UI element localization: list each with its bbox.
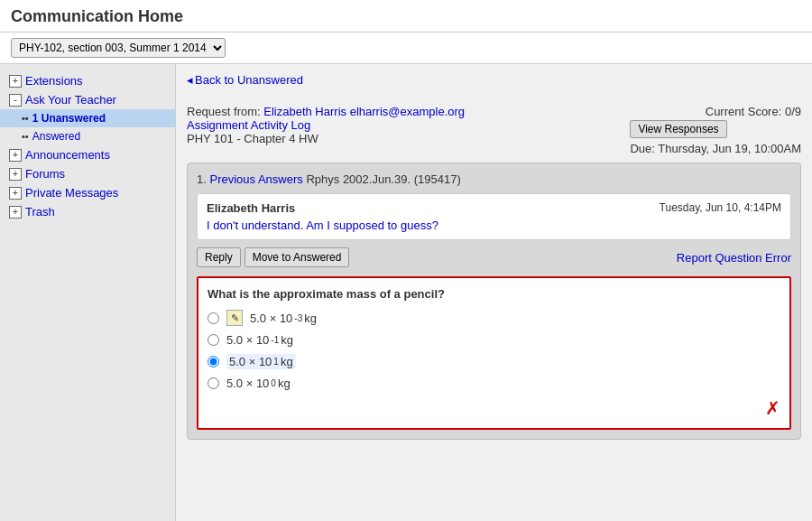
option-label-2: 5.0 × 10-1 kg <box>226 333 293 347</box>
request-label: Request from: <box>187 105 261 118</box>
sidebar-link-trash[interactable]: Trash <box>25 205 55 219</box>
back-to-unanswered-link[interactable]: ◂ Back to Unanswered <box>187 73 303 87</box>
sidebar-item-unanswered[interactable]: •• 1 Unanswered <box>0 109 175 127</box>
sidebar: + Extensions - Ask Your Teacher •• 1 Una… <box>0 64 176 521</box>
score-label: Current Score: <box>706 105 782 118</box>
question-number: 1. <box>197 172 207 186</box>
message-header: Elizabeth Harris Tuesday, Jun 10, 4:14PM <box>207 201 781 215</box>
sidebar-link-announcements[interactable]: Announcements <box>25 148 110 162</box>
expand-icon-announcements: + <box>9 149 22 162</box>
quiz-radio-4[interactable] <box>208 377 219 389</box>
sidebar-item-ask-your-teacher[interactable]: - Ask Your Teacher <box>0 90 175 109</box>
option-label-4: 5.0 × 100 kg <box>226 377 291 390</box>
message-timestamp: Tuesday, Jun 10, 4:14PM <box>660 201 781 215</box>
assignment-log-link[interactable]: Assignment Activity Log <box>187 118 310 132</box>
pencil-icon: ✎ <box>226 310 243 326</box>
expand-icon-trash: + <box>9 206 22 219</box>
assignment-log-line: Assignment Activity Log <box>187 118 465 132</box>
option-label-3: 5.0 × 101 kg <box>226 354 296 369</box>
content-inner: ◂ Back to Unanswered Request from: Eliza… <box>176 64 812 521</box>
sidebar-link-answered[interactable]: Answered <box>32 130 80 143</box>
action-buttons: Reply Move to Answered <box>197 247 349 267</box>
bullet-unanswered: •• <box>22 113 29 124</box>
sidebar-item-private-messages[interactable]: + Private Messages <box>0 183 175 202</box>
page-title: Communication Home <box>0 0 812 33</box>
course-assignment-line: PHY 101 - Chapter 4 HW <box>187 132 465 145</box>
quiz-box: What is the approximate mass of a pencil… <box>197 276 791 430</box>
question-header: 1. Previous Answers Rphys 2002.Jun.39. (… <box>197 172 791 186</box>
quiz-option-3: 5.0 × 101 kg <box>208 354 780 369</box>
expand-icon-extensions: + <box>9 75 22 88</box>
bullet-answered: •• <box>22 131 29 142</box>
expand-icon-private-messages: + <box>9 187 22 200</box>
content-area: ◂ Back to Unanswered Request from: Eliza… <box>176 64 812 521</box>
quiz-radio-3[interactable] <box>208 356 219 367</box>
move-to-answered-button[interactable]: Move to Answered <box>245 247 350 267</box>
message-body: I don't understand. Am I supposed to gue… <box>207 219 781 232</box>
expand-icon-forums: + <box>9 168 22 181</box>
score-line: Current Score: 0/9 <box>630 105 801 118</box>
quiz-option-4: 5.0 × 100 kg <box>208 377 780 390</box>
sidebar-item-forums[interactable]: + Forums <box>0 164 175 183</box>
request-info: Request from: Elizabeth Harris elharris@… <box>187 105 801 155</box>
message-box: Elizabeth Harris Tuesday, Jun 10, 4:14PM… <box>197 193 791 240</box>
option-label-1: 5.0 × 10-3 kg <box>250 312 317 325</box>
sidebar-item-announcements[interactable]: + Announcements <box>0 145 175 164</box>
due-line: Due: Thursday, Jun 19, 10:00AM <box>630 142 801 155</box>
student-email-link[interactable]: elharris@example.org <box>350 105 465 118</box>
expand-icon-ask-teacher: - <box>9 94 22 107</box>
reply-button[interactable]: Reply <box>197 247 241 267</box>
course-select[interactable]: PHY-102, section 003, Summer 1 2014 <box>11 38 226 58</box>
due-label: Due: <box>630 142 654 155</box>
request-details-left: Request from: Elizabeth Harris elharris@… <box>187 105 465 145</box>
request-from-line: Request from: Elizabeth Harris elharris@… <box>187 105 465 118</box>
message-author: Elizabeth Harris <box>207 201 295 215</box>
sidebar-item-answered[interactable]: •• Answered <box>0 127 175 145</box>
previous-answers-link[interactable]: Previous Answers <box>209 172 302 186</box>
course-selector-bar: PHY-102, section 003, Summer 1 2014 <box>0 33 812 64</box>
quiz-radio-1[interactable] <box>208 312 219 324</box>
sidebar-link-ask-teacher[interactable]: Ask Your Teacher <box>25 93 116 107</box>
sidebar-item-extensions[interactable]: + Extensions <box>0 71 175 90</box>
sidebar-link-forums[interactable]: Forums <box>25 167 65 181</box>
question-box: 1. Previous Answers Rphys 2002.Jun.39. (… <box>187 163 801 440</box>
action-bar: Reply Move to Answered Report Question E… <box>197 247 791 267</box>
main-layout: + Extensions - Ask Your Teacher •• 1 Una… <box>0 64 812 521</box>
quiz-radio-2[interactable] <box>208 334 219 346</box>
quiz-option-1: ✎ 5.0 × 10-3 kg <box>208 310 780 326</box>
student-name-link[interactable]: Elizabeth Harris <box>263 105 346 118</box>
sidebar-link-unanswered[interactable]: 1 Unanswered <box>32 112 106 125</box>
sidebar-link-extensions[interactable]: Extensions <box>25 74 83 88</box>
sidebar-item-trash[interactable]: + Trash <box>0 202 175 221</box>
sidebar-link-private-messages[interactable]: Private Messages <box>25 186 118 200</box>
quiz-question: What is the approximate mass of a pencil… <box>208 287 780 301</box>
back-arrow-icon: ◂ <box>187 73 193 87</box>
report-question-error-link[interactable]: Report Question Error <box>677 251 791 265</box>
x-mark-icon: ✗ <box>208 397 780 419</box>
quiz-option-2: 5.0 × 10-1 kg <box>208 333 780 347</box>
request-details-right: Current Score: 0/9 View Responses Due: T… <box>630 105 801 155</box>
view-responses-button[interactable]: View Responses <box>630 120 726 138</box>
